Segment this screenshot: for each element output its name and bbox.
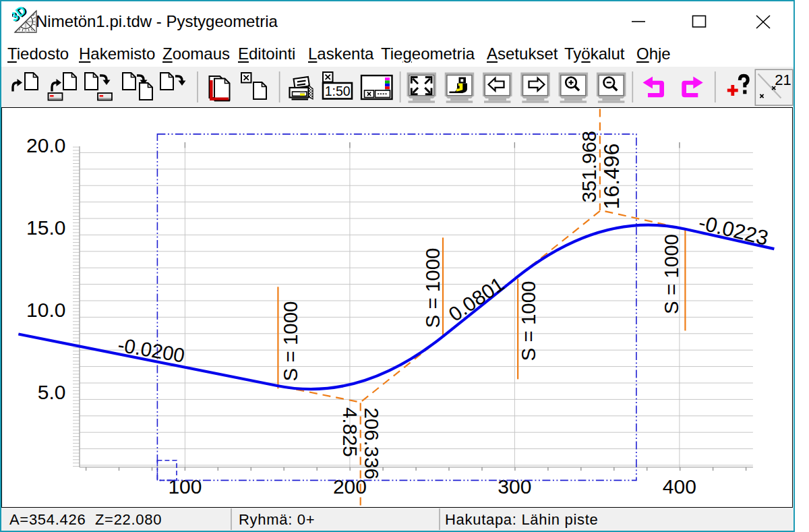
svg-text:10.0: 10.0	[26, 299, 65, 321]
svg-text:15.0: 15.0	[26, 216, 65, 239]
svg-text:0.0801: 0.0801	[444, 272, 508, 326]
svg-text:206.336: 206.336	[361, 407, 383, 479]
svg-text:4.825: 4.825	[339, 407, 361, 457]
svg-text:S = 1000: S = 1000	[517, 281, 539, 361]
svg-text:5.0: 5.0	[38, 381, 66, 403]
svg-text:S = 1000: S = 1000	[421, 248, 444, 328]
svg-text:16.496: 16.496	[599, 144, 624, 210]
svg-text:-0.0223: -0.0223	[696, 210, 771, 250]
svg-text:20.0: 20.0	[26, 134, 65, 156]
svg-text:S = 1000: S = 1000	[660, 234, 682, 314]
svg-text:100: 100	[168, 475, 202, 498]
svg-text:300: 300	[498, 475, 531, 498]
svg-text:351.968: 351.968	[578, 131, 600, 203]
svg-text:400: 400	[663, 475, 696, 498]
svg-text:21: 21	[775, 71, 791, 88]
svg-text:1:50: 1:50	[325, 84, 351, 98]
svg-text:S = 1000: S = 1000	[279, 301, 301, 382]
